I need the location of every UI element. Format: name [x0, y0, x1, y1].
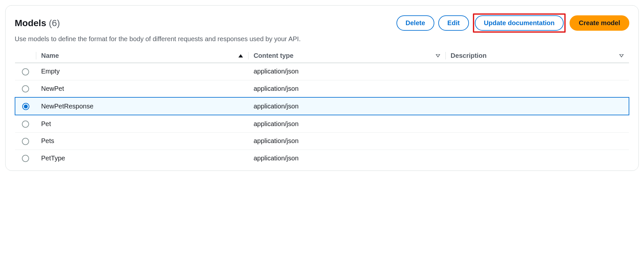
- row-select-cell[interactable]: [15, 97, 36, 115]
- radio-icon[interactable]: [22, 103, 29, 110]
- radio-icon[interactable]: [22, 155, 29, 162]
- sort-asc-icon: [238, 54, 243, 57]
- sort-icon: [436, 54, 440, 57]
- row-name: PetType: [36, 150, 248, 167]
- row-name: Pet: [36, 115, 248, 132]
- column-name-label: Name: [41, 52, 59, 59]
- panel-title: Models: [15, 18, 46, 28]
- row-content-type: application/json: [248, 132, 445, 150]
- radio-icon[interactable]: [22, 138, 29, 145]
- radio-icon[interactable]: [22, 68, 29, 75]
- title-group: Models (6): [15, 18, 60, 28]
- panel-header: Models (6) Delete Edit Update documentat…: [15, 13, 629, 33]
- row-description: [445, 150, 629, 167]
- radio-icon[interactable]: [22, 121, 29, 128]
- edit-button[interactable]: Edit: [438, 15, 469, 31]
- item-count: (6): [49, 18, 60, 28]
- row-name: NewPetResponse: [36, 97, 248, 115]
- create-model-button[interactable]: Create model: [570, 15, 629, 31]
- table-row[interactable]: Petsapplication/json: [15, 132, 629, 150]
- models-panel: Models (6) Delete Edit Update documentat…: [5, 5, 639, 171]
- row-description: [445, 80, 629, 97]
- row-select-cell[interactable]: [15, 115, 36, 132]
- row-name: NewPet: [36, 80, 248, 97]
- row-content-type: application/json: [248, 63, 445, 80]
- row-name: Empty: [36, 63, 248, 80]
- models-table: Name Content type Description: [15, 49, 629, 167]
- row-description: [445, 63, 629, 80]
- row-select-cell[interactable]: [15, 150, 36, 167]
- delete-button[interactable]: Delete: [396, 15, 434, 31]
- action-bar: Delete Edit Update documentation Create …: [396, 13, 629, 33]
- highlight-annotation: Update documentation: [473, 13, 566, 33]
- row-description: [445, 97, 629, 115]
- row-description: [445, 115, 629, 132]
- column-content-type[interactable]: Content type: [248, 49, 445, 63]
- panel-description: Use models to define the format for the …: [15, 35, 629, 43]
- row-select-cell[interactable]: [15, 132, 36, 150]
- table-row[interactable]: Emptyapplication/json: [15, 63, 629, 80]
- update-documentation-button[interactable]: Update documentation: [475, 15, 564, 31]
- table-row[interactable]: NewPetResponseapplication/json: [15, 97, 629, 115]
- table-row[interactable]: NewPetapplication/json: [15, 80, 629, 97]
- row-select-cell[interactable]: [15, 80, 36, 97]
- row-content-type: application/json: [248, 115, 445, 132]
- table-row[interactable]: Petapplication/json: [15, 115, 629, 132]
- column-description[interactable]: Description: [445, 49, 629, 63]
- column-select: [15, 49, 36, 63]
- row-content-type: application/json: [248, 150, 445, 167]
- row-content-type: application/json: [248, 97, 445, 115]
- radio-icon[interactable]: [22, 85, 29, 92]
- row-description: [445, 132, 629, 150]
- column-name[interactable]: Name: [36, 49, 248, 63]
- column-content-type-label: Content type: [253, 52, 293, 59]
- table-row[interactable]: PetTypeapplication/json: [15, 150, 629, 167]
- row-content-type: application/json: [248, 80, 445, 97]
- sort-icon: [619, 54, 624, 57]
- row-select-cell[interactable]: [15, 63, 36, 80]
- row-name: Pets: [36, 132, 248, 150]
- column-description-label: Description: [451, 52, 487, 59]
